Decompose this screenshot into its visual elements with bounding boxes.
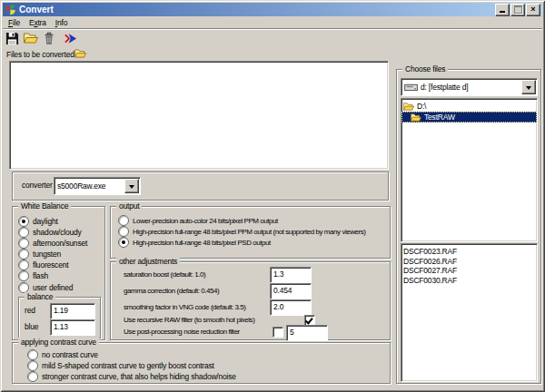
convert-arrow-icon (64, 32, 78, 45)
file-item[interactable]: DSCF0023.RAF (401, 247, 537, 257)
maximize-icon (514, 5, 522, 14)
open-folder-icon (24, 33, 38, 44)
balance-title: balance (25, 292, 55, 302)
checkbox-icon[interactable] (272, 327, 283, 338)
blue-balance-input[interactable]: 1.13 (50, 319, 95, 336)
menu-file[interactable]: File (4, 17, 25, 28)
contrast-curve-title: applying contrast curve (18, 338, 99, 348)
converter-panel: converter s5000Raw.exe (12, 172, 389, 201)
white-balance-group: White Balance daylight shadow/cloudy aft… (12, 206, 105, 340)
floppy-disk-icon (5, 32, 19, 45)
file-listbox[interactable]: DSCF0023.RAF DSCF0026.RAF DSCF0027.RAF D… (401, 243, 538, 382)
radio-icon[interactable] (118, 237, 129, 248)
radio-icon[interactable] (27, 349, 38, 360)
drive-dropdown[interactable]: d: [festplatte d] (401, 78, 538, 96)
convert-button[interactable] (63, 31, 78, 45)
delete-button[interactable] (41, 31, 56, 45)
close-button[interactable]: × (526, 4, 540, 16)
menu-extra[interactable]: Extra (25, 17, 51, 28)
radio-icon[interactable] (118, 226, 129, 237)
converter-dropdown[interactable]: s5000Raw.exe (54, 177, 141, 195)
app-icon[interactable] (5, 4, 16, 15)
choose-files-group: Choose files d: [festplatte d] D:\ (396, 69, 541, 384)
other-adjustments-group: other adjustments saturation boost (defa… (110, 261, 391, 340)
radio-icon[interactable] (18, 249, 29, 260)
drive-icon (404, 83, 418, 92)
menu-info[interactable]: Info (51, 17, 72, 28)
radio-icon[interactable] (27, 360, 38, 371)
radio-icon[interactable] (18, 238, 29, 249)
open-folder-icon (411, 113, 421, 122)
file-item[interactable]: DSCF0026.RAF (401, 257, 537, 267)
drive-dropdown-button[interactable] (521, 80, 536, 94)
saturation-boost-input[interactable]: 1.3 (270, 267, 312, 283)
radio-daylight[interactable]: daylight (18, 216, 58, 227)
gamma-correction-input[interactable]: 0.454 (270, 283, 312, 299)
title-bar[interactable]: Convert × (3, 3, 542, 16)
contrast-curve-group: applying contrast curve no contrast curv… (12, 342, 391, 384)
radio-fluorescent[interactable]: fluorescent (18, 260, 68, 270)
close-icon: × (530, 5, 535, 14)
directory-listbox[interactable]: D:\ TestRAW (401, 98, 538, 242)
white-balance-title: White Balance (18, 201, 71, 211)
choose-files-title: Choose files (402, 64, 448, 74)
radio-stronger-contrast[interactable]: stronger contrast curve, that also helps… (27, 371, 236, 382)
check-icon (305, 316, 313, 324)
menu-bar: File Extra Info (4, 17, 72, 28)
open-folder-icon (403, 103, 414, 111)
maximize-button[interactable] (510, 4, 525, 16)
converter-value: s5000Raw.exe (54, 181, 124, 191)
smoothing-factor-label: smoothing factor in VNG code (default: 3… (124, 303, 246, 311)
chevron-down-icon (526, 86, 531, 93)
convert-window: Convert × File Extra Info (0, 0, 545, 392)
radio-output-psd48[interactable]: High-precision full-range 48 bits/pixel … (118, 237, 271, 248)
converter-dropdown-button[interactable] (124, 179, 139, 193)
radio-output-ppm48[interactable]: High-precision full-range 48 bits/pixel … (118, 226, 366, 237)
directory-item-selected[interactable]: TestRAW (401, 112, 537, 122)
radio-icon[interactable] (18, 270, 29, 281)
minimize-button[interactable] (495, 4, 510, 16)
balance-group: balance red 1.19 blue 1.13 (18, 297, 101, 338)
radio-output-ppm24[interactable]: Lower-precision auto-color 24 bits/pixel… (118, 215, 278, 226)
save-button[interactable] (5, 31, 20, 45)
blue-label: blue (25, 322, 38, 331)
radio-tungsten[interactable]: tungsten (18, 249, 61, 260)
radio-shadow-cloudy[interactable]: shadow/cloudy (18, 227, 82, 238)
window-title: Convert (19, 4, 494, 15)
file-item[interactable]: DSCF0030.RAF (401, 276, 537, 286)
radio-mild-contrast[interactable]: mild S-shaped contrast curve to gently b… (27, 360, 214, 371)
noise-reduction-label: Use post-processing noise reduction filt… (124, 328, 240, 336)
saturation-boost-label: saturation boost (default: 1.0) (124, 270, 205, 279)
menu-separator (3, 28, 542, 30)
output-title: output (116, 201, 142, 211)
noise-reduction-checkbox[interactable] (272, 327, 283, 338)
radio-flash[interactable]: flash (18, 270, 48, 281)
file-item[interactable]: DSCF0027.RAF (401, 266, 537, 276)
radio-no-contrast[interactable]: no contrast curve (27, 349, 98, 360)
red-label: red (25, 306, 35, 315)
recursive-raw-filter-label: Use recursive RAW filter (to smooth hot … (124, 316, 254, 324)
output-group: output Lower-precision auto-color 24 bit… (110, 206, 391, 259)
other-adjustments-title: other adjustments (116, 257, 180, 267)
noise-reduction-input[interactable]: 5 (286, 325, 328, 341)
radio-icon[interactable] (18, 227, 29, 238)
radio-icon[interactable] (118, 215, 129, 226)
directory-item[interactable]: D:\ (401, 101, 537, 112)
converter-label: converter (22, 181, 53, 190)
files-to-convert-listbox[interactable] (9, 61, 389, 170)
gamma-correction-label: gamma correction (default: 0.454) (124, 287, 219, 295)
chevron-down-icon (129, 185, 134, 191)
radio-icon[interactable] (18, 260, 29, 270)
red-balance-input[interactable]: 1.19 (50, 303, 95, 319)
files-to-convert-label: Files to be converted: (6, 50, 76, 59)
open-button[interactable] (23, 31, 38, 45)
drive-value: d: [festplatte d] (421, 83, 468, 92)
radio-icon[interactable] (27, 371, 38, 382)
files-folder-icon[interactable] (74, 49, 86, 58)
radio-icon[interactable] (18, 216, 29, 227)
minimize-icon (500, 5, 505, 13)
trash-icon (43, 32, 55, 45)
radio-afternoon-sunset[interactable]: afternoon/sunset (18, 238, 87, 249)
smoothing-factor-input[interactable]: 2.0 (270, 299, 312, 316)
